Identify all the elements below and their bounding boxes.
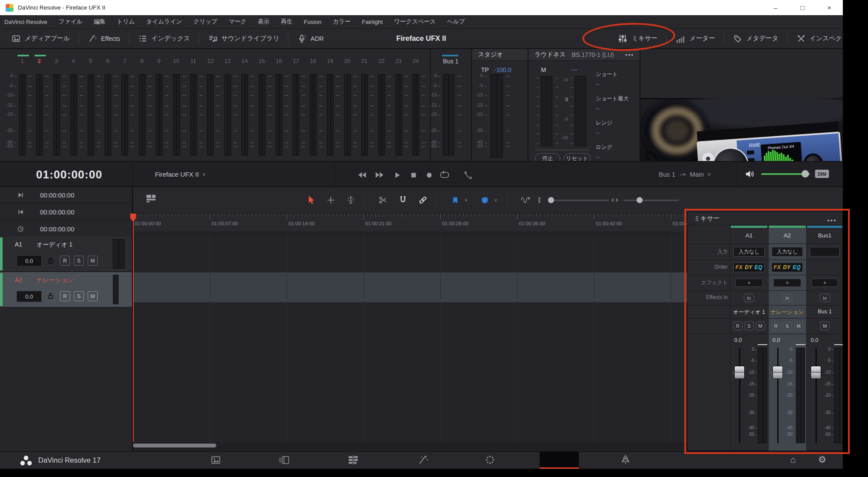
page-tab-media[interactable] (196, 452, 235, 468)
menu-item-13[interactable]: ヘルプ (442, 18, 471, 26)
track-gain-box[interactable]: 0.0 (17, 255, 42, 266)
channel-meter-bar (122, 74, 128, 155)
scale-tick (438, 105, 440, 106)
meter-tick (458, 115, 461, 115)
menu-item-6[interactable]: マーク (223, 18, 252, 26)
track-s-button[interactable]: S (74, 256, 84, 266)
track-m-button[interactable]: M (88, 291, 98, 301)
tool-pointer[interactable] (304, 193, 318, 207)
toolbar-button-インスペクタ[interactable]: インスペクタ (788, 29, 843, 48)
meter-tick (63, 95, 66, 96)
home-icon[interactable]: ⌂ (790, 454, 796, 465)
horizontal-zoom-knob[interactable] (637, 197, 643, 203)
skip-end-icon[interactable] (16, 191, 25, 199)
waveform-icon (520, 195, 532, 205)
clock-icon[interactable] (16, 225, 25, 233)
menu-item-1[interactable]: ファイル (53, 18, 88, 26)
toolbar-button-インデックス[interactable]: インデックス (129, 29, 199, 48)
timeline-grid[interactable] (133, 232, 687, 442)
db-scale-label: -15 (1, 102, 13, 108)
meter-tick (268, 142, 271, 143)
track-s-button[interactable]: S (74, 291, 84, 301)
transport-automation-button[interactable] (461, 168, 475, 182)
menu-item-11[interactable]: Fairlight (356, 19, 389, 25)
tool-waveform[interactable] (519, 193, 533, 207)
transport-rewind-button[interactable] (355, 168, 369, 182)
tool-clip-color[interactable] (478, 193, 492, 207)
toolbar-button-サウンドライブラリ[interactable]: サウンドライブラリ (199, 29, 288, 48)
vertical-zoom-slider[interactable] (550, 200, 609, 201)
close-button[interactable]: × (819, 0, 839, 15)
toolbar-button-メーター[interactable]: メーター (667, 29, 724, 48)
tool-range[interactable] (344, 193, 358, 207)
skip-start-icon[interactable] (16, 208, 25, 216)
menu-item-4[interactable]: タイムライン (141, 18, 188, 26)
rewind-icon (357, 170, 367, 180)
transport-record-button[interactable] (422, 168, 436, 182)
meter-tick (131, 142, 134, 143)
track-gain-box[interactable]: 0.0 (17, 291, 42, 302)
monitor-volume-knob[interactable] (802, 170, 809, 178)
menu-item-10[interactable]: カラー (327, 18, 356, 26)
track-name: ナレーション (36, 276, 74, 284)
menu-item-3[interactable]: トリム (111, 18, 140, 26)
lock-open-icon[interactable] (47, 292, 55, 300)
maximize-button[interactable]: □ (792, 0, 812, 15)
davinci-logo (18, 455, 34, 466)
meter-tick (405, 142, 408, 143)
dim-button[interactable]: DIM (815, 170, 829, 178)
track-r-button[interactable]: R (60, 256, 70, 266)
horizontal-zoom-slider[interactable] (624, 200, 679, 201)
chevron-down-icon[interactable]: ∨ (494, 197, 497, 202)
tool-trim-cross[interactable] (324, 193, 338, 207)
toolbar-button-メディアプール[interactable]: メディアプール (3, 29, 79, 48)
toolbar-button-メタデータ[interactable]: メタデータ (724, 29, 787, 48)
tool-scissors[interactable] (376, 193, 390, 207)
page-tab-color[interactable] (470, 452, 509, 468)
main-timecode[interactable]: 01:00:00:00 (36, 168, 102, 181)
transport-play-button[interactable] (390, 168, 404, 182)
minimize-button[interactable]: – (766, 0, 785, 15)
monitor-routing[interactable]: Bus 1 --> Main ∨ (659, 162, 711, 186)
meter-tick (165, 95, 168, 96)
menu-item-12[interactable]: ワークスペース (389, 18, 442, 26)
page-tab-cut[interactable] (265, 452, 304, 468)
page-tab-fairlight[interactable] (540, 452, 579, 468)
page-tab-edit[interactable] (333, 452, 373, 468)
track-header-A2[interactable]: A2ナレーション0.0RSM (0, 272, 132, 307)
page-tab-fusion[interactable] (403, 452, 442, 468)
track-name: オーディオ 1 (36, 241, 73, 249)
playhead[interactable] (133, 214, 134, 442)
menu-item-8[interactable]: 再生 (275, 18, 298, 26)
transport-stop-button[interactable] (406, 168, 420, 182)
tool-link[interactable] (416, 193, 430, 207)
menu-item-0[interactable]: DaVinci Resolve (0, 19, 53, 25)
vertical-zoom-knob[interactable] (548, 197, 554, 203)
menu-item-9[interactable]: Fusion (298, 19, 327, 25)
track-m-button[interactable]: M (88, 256, 98, 266)
timeline-ruler[interactable]: 01:00:00:0001:00:07:0001:00:14:0001:00:2… (133, 214, 687, 232)
page-tab-deliver[interactable] (606, 452, 645, 468)
menu-item-2[interactable]: 編集 (88, 18, 111, 26)
speaker-icon[interactable] (744, 162, 755, 186)
scrollbar-thumb[interactable] (133, 444, 216, 447)
toolbar-button-ADR[interactable]: ADR (288, 29, 333, 48)
menu-item-5[interactable]: クリップ (188, 18, 223, 26)
lock-open-icon[interactable] (47, 257, 55, 264)
gear-icon[interactable]: ⚙ (818, 454, 826, 465)
meter-tick (182, 105, 186, 106)
scale-tick (14, 86, 17, 87)
dots-menu-icon[interactable] (625, 53, 634, 56)
tool-snap-magnet[interactable] (396, 193, 410, 207)
transport-fastforward-button[interactable] (373, 168, 386, 182)
track-header-A1[interactable]: A1オーディオ 10.0RSM (0, 237, 132, 272)
meter-tick (571, 134, 573, 135)
menu-item-7[interactable]: 表示 (252, 18, 275, 26)
track-r-button[interactable]: R (60, 291, 70, 301)
timeline-view-options-button[interactable] (146, 194, 158, 205)
timeline-selector[interactable]: Fireface UFX II ∨ (155, 162, 206, 186)
chevron-down-icon[interactable]: ∨ (465, 197, 468, 202)
tool-flag-marker[interactable] (448, 193, 462, 207)
transport-loop-button[interactable] (438, 168, 452, 182)
toolbar-button-Effects[interactable]: Effects (79, 29, 129, 48)
